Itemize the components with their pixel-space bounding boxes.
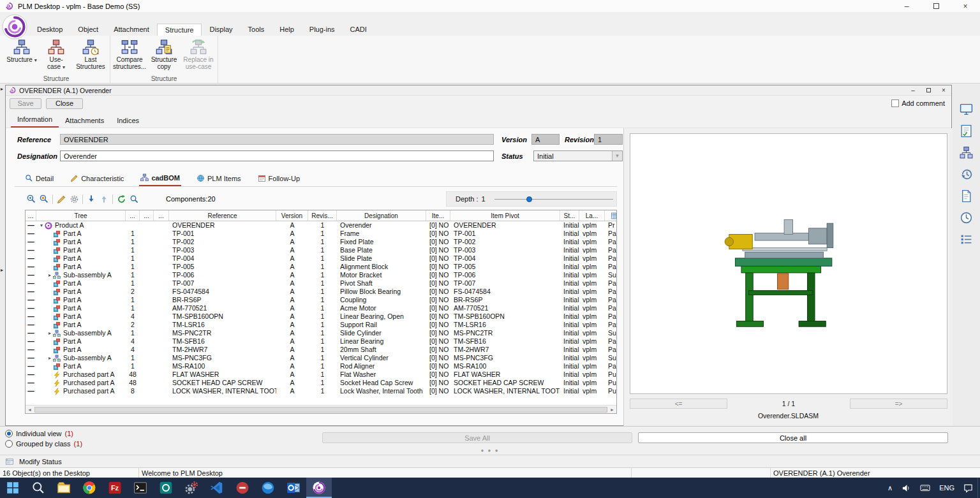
scroll-right-icon[interactable]: ► [608, 407, 616, 412]
menu-tab-desktop[interactable]: Desktop [29, 24, 70, 36]
tab-attachments[interactable]: Attachments [59, 114, 110, 128]
taskbar-filezilla-icon[interactable]: Fz [102, 478, 128, 498]
table-row[interactable]: —Part A4TM-SFB16A1Linear Bearing[0] NOTM… [26, 337, 616, 346]
add-comment-checkbox[interactable] [891, 99, 899, 107]
tree-cell[interactable]: Part A [36, 238, 126, 246]
ribbon-button-compare-structures[interactable]: Comparestructures... [112, 37, 147, 74]
column-header-ellipsis-4[interactable]: ... [154, 210, 169, 221]
table-row[interactable]: —Part A1TP-004A1Slide Plate[0] NOTP-004I… [26, 254, 616, 263]
tree-cell[interactable]: Purchased part A [36, 379, 126, 387]
tree-cell[interactable]: Part A [36, 312, 126, 321]
table-row[interactable]: —Part A1AM-770521A1Acme Motor[0] NOAM-77… [26, 304, 616, 312]
volume-icon[interactable] [897, 478, 916, 498]
column-chooser-button[interactable] [605, 210, 617, 221]
column-header-designation[interactable]: Designation [337, 210, 426, 221]
taskbar-file-explorer-icon[interactable] [51, 478, 77, 498]
column-header-revis[interactable]: Revis... [308, 210, 337, 221]
next-view-button[interactable]: => [850, 399, 947, 409]
tree-cell[interactable]: Part A [36, 246, 126, 254]
taskbar-browser-icon[interactable] [255, 478, 281, 498]
ribbon-button-structure[interactable]: Structure ▾ [4, 37, 39, 74]
table-row[interactable]: —Purchased part A8LOCK WASHER, INTERNAL … [26, 387, 616, 395]
menu-tab-tools[interactable]: Tools [241, 24, 272, 36]
action-center-icon[interactable] [959, 478, 977, 498]
model-viewer[interactable] [630, 133, 947, 394]
table-row[interactable]: —▾Product AOVERENDERA1Overender[0] NOOVE… [26, 221, 616, 230]
table-row[interactable]: —Part A4TM-2HWR7A120mm Shaft[0] NOTM-2HW… [26, 346, 616, 354]
tree-cell[interactable]: Part A [36, 263, 126, 271]
menu-tab-cadi[interactable]: CADI [343, 24, 375, 36]
language-indicator[interactable]: ENG [935, 478, 959, 498]
tree-cell[interactable]: Part A [36, 337, 126, 346]
app-logo-icon[interactable] [2, 14, 27, 40]
column-header-ellipsis-3[interactable]: ... [140, 210, 154, 221]
menu-tab-help[interactable]: Help [272, 24, 302, 36]
table-row[interactable]: —Part A1TP-001A1Frame[0] NOTP-001Initial… [26, 230, 616, 238]
chevron-down-icon[interactable]: ▼ [612, 151, 622, 161]
taskbar-app-red-icon[interactable] [230, 478, 255, 498]
tree-cell[interactable]: Purchased part A [36, 387, 126, 395]
history-icon[interactable] [958, 166, 974, 182]
clock-icon[interactable] [958, 210, 974, 225]
table-row[interactable]: —Part A1TP-005A1Alignment Block[0] NOTP-… [26, 263, 616, 271]
column-header-la[interactable]: La... [579, 210, 605, 221]
tools-icon[interactable] [68, 193, 80, 205]
tree-cell[interactable]: Part A [36, 304, 126, 312]
table-row[interactable]: —▸Sub-assembly A1MS-PNC2TRA1Slide Cylind… [26, 329, 616, 337]
column-header-ellipsis-2[interactable]: ... [126, 210, 140, 221]
table-row[interactable]: —Part A1BR-RS6PA1Coupling[0] NOBR-RS6PIn… [26, 296, 616, 304]
zoom-reset-icon[interactable] [38, 193, 50, 205]
panel-expand-icon[interactable]: ▸ [1, 86, 3, 92]
expand-icon[interactable]: ▸ [47, 329, 53, 337]
tree-cell[interactable]: ▾Product A [36, 221, 126, 230]
close-button[interactable]: Close [46, 98, 83, 109]
table-row[interactable]: —Part A4TM-SPB160OPNA1Linear Bearing, Op… [26, 312, 616, 321]
column-header-tree[interactable]: Tree [36, 210, 126, 221]
taskbar-terminal-icon[interactable] [128, 478, 153, 498]
menu-tab-display[interactable]: Display [202, 24, 240, 36]
modify-status-bar[interactable]: Modify Status [0, 455, 980, 468]
taskbar-chrome-icon[interactable] [77, 478, 102, 498]
tree-cell[interactable]: Part A [36, 230, 126, 238]
document-icon[interactable] [958, 188, 974, 203]
document-titlebar[interactable]: OVERENDER (A.1) Overender – × [6, 85, 951, 96]
scrollbar-thumb[interactable] [34, 407, 607, 413]
expand-icon[interactable]: ▸ [47, 271, 53, 279]
menu-tab-plug-ins[interactable]: Plug-ins [302, 24, 343, 36]
column-header-ite[interactable]: Ite... [426, 210, 450, 221]
tree-cell[interactable]: ▸Sub-assembly A [36, 271, 126, 279]
search-icon[interactable] [128, 193, 140, 205]
move-up-icon[interactable] [98, 193, 110, 205]
tree-cell[interactable]: Part A [36, 362, 126, 370]
display-icon[interactable] [958, 101, 974, 117]
subtab-follow-up[interactable]: Follow-Up [256, 170, 302, 186]
table-row[interactable]: —Purchased part A48SOCKET HEAD CAP SCREW… [26, 379, 616, 387]
expand-icon[interactable]: ▸ [47, 354, 53, 362]
tree-cell[interactable]: Purchased part A [36, 370, 126, 379]
taskbar-outlook-icon[interactable] [281, 478, 306, 498]
list-icon[interactable] [958, 231, 974, 247]
table-row[interactable]: —Part A2FS-0474584A1Pillow Block Bearing… [26, 288, 616, 296]
slider-thumb[interactable] [526, 196, 532, 202]
menu-tab-attachment[interactable]: Attachment [106, 24, 157, 36]
tray-chevron-up-icon[interactable]: ∧ [883, 478, 897, 498]
column-header-item-pivot[interactable]: Item Pivot [450, 210, 560, 221]
show-desktop-button[interactable] [977, 478, 980, 498]
table-row[interactable]: —Purchased part A48FLAT WASHERA1Flat Was… [26, 370, 616, 379]
view-option-individual-view[interactable]: Individual view(1) [5, 428, 82, 439]
column-header-ellipsis-0[interactable]: ... [26, 210, 36, 221]
horizontal-scrollbar[interactable]: ◄ ► [26, 405, 616, 413]
maximize-icon[interactable] [921, 0, 951, 12]
tree-cell[interactable]: Part A [36, 321, 126, 329]
refresh-icon[interactable] [115, 193, 128, 205]
table-row[interactable]: —▸Sub-assembly A1MS-PNC3FGA1Vertical Cyl… [26, 354, 616, 362]
checklist-icon[interactable] [958, 123, 974, 138]
close-icon[interactable]: × [951, 0, 980, 12]
splitter-handle-icon[interactable]: ● ● ● [0, 448, 980, 453]
table-row[interactable]: —Part A1MS-RA100A1Rod Aligner[0] NOMS-RA… [26, 362, 616, 370]
structure-icon[interactable] [958, 145, 974, 160]
previous-view-button[interactable]: <= [630, 399, 727, 409]
add-comment-option[interactable]: Add comment [891, 99, 945, 107]
designation-input[interactable]: Overender [60, 150, 494, 161]
tree-cell[interactable]: Part A [36, 254, 126, 263]
